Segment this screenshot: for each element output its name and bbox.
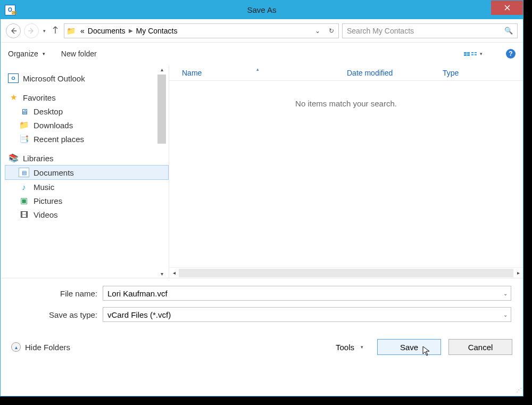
address-bar[interactable]: 📁 « Documents ▶ My Contacts ⌄ ↻ xyxy=(64,23,339,38)
chevron-down-icon: ▾ xyxy=(360,344,364,350)
sidebar-group-libraries[interactable]: 📚 Libraries xyxy=(5,151,169,165)
breadcrumb-seg-mycontacts[interactable]: My Contacts xyxy=(136,27,178,35)
toolbar: Organize▾ New folder ▾ ? xyxy=(1,43,523,65)
chevron-down-icon[interactable]: ⌄ xyxy=(503,291,508,296)
videos-icon: 🎞 xyxy=(19,210,29,219)
save-as-type-field[interactable]: vCard Files (*.vcf) ⌄ xyxy=(103,307,511,322)
chevron-down-icon: ▾ xyxy=(41,51,46,56)
refresh-button[interactable]: ↻ xyxy=(325,27,338,35)
document-icon: ▤ xyxy=(19,168,29,177)
arrow-up-icon xyxy=(52,26,59,34)
new-folder-button[interactable]: New folder xyxy=(61,49,97,58)
column-date-modified[interactable]: Date modified xyxy=(347,69,443,77)
scroll-track[interactable] xyxy=(179,269,513,277)
file-name-label: File name: xyxy=(12,289,103,298)
breadcrumb-seg-documents[interactable]: Documents xyxy=(88,27,126,35)
sidebar-group-favorites[interactable]: ★ Favorites xyxy=(5,90,169,104)
file-list-pane: Name ▴ Date modified Type No items match… xyxy=(169,65,523,278)
arrow-left-icon xyxy=(10,27,17,35)
chevron-down-icon: ▾ xyxy=(479,51,484,56)
file-name-field[interactable]: Lori Kaufman.vcf ⌄ xyxy=(103,286,511,301)
downloads-icon: 📁 xyxy=(19,120,29,130)
star-icon: ★ xyxy=(8,93,19,102)
arrow-right-icon xyxy=(28,27,35,35)
search-icon[interactable]: 🔍 xyxy=(504,27,513,35)
hide-folders-button[interactable]: ▴ Hide Folders xyxy=(11,342,70,352)
sidebar-item-music[interactable]: ♪ Music xyxy=(5,180,169,194)
dialog-footer: ▴ Hide Folders Tools ▾ Save Cancel xyxy=(1,332,523,363)
column-name[interactable]: Name ▴ xyxy=(182,69,347,77)
collapse-icon: ▴ xyxy=(11,342,21,352)
title-bar[interactable]: O Save As xyxy=(1,1,523,19)
save-form: File name: Lori Kaufman.vcf ⌄ Save as ty… xyxy=(1,278,523,332)
column-type[interactable]: Type xyxy=(443,69,459,77)
back-button[interactable] xyxy=(6,23,21,38)
chevron-down-icon[interactable]: ⌄ xyxy=(503,312,508,318)
resize-grip-icon[interactable]: ⋰ xyxy=(516,387,521,394)
scroll-thumb[interactable] xyxy=(157,75,166,144)
address-dropdown[interactable]: ⌄ xyxy=(311,27,325,35)
view-small-icon xyxy=(471,52,477,56)
folder-icon: 📁 xyxy=(64,27,77,35)
close-icon xyxy=(504,5,510,11)
cancel-button[interactable]: Cancel xyxy=(448,339,512,355)
view-options-button[interactable]: ▾ xyxy=(464,51,484,56)
save-as-dialog: O Save As ▾ 📁 « Documents ▶ My Contacts … xyxy=(0,0,523,396)
up-button[interactable] xyxy=(50,26,61,36)
desktop-icon: 🖥 xyxy=(19,106,29,116)
cursor-icon xyxy=(422,346,431,357)
libraries-icon: 📚 xyxy=(8,153,19,163)
scroll-down-icon[interactable]: ▾ xyxy=(161,269,163,278)
window-title: Save As xyxy=(1,5,523,14)
breadcrumb-prefix: « xyxy=(80,27,85,35)
music-icon: ♪ xyxy=(19,182,29,192)
empty-message: No items match your search. xyxy=(169,81,523,126)
sidebar-scrollbar[interactable]: ▴ ▾ xyxy=(157,65,167,278)
sidebar-item-downloads[interactable]: 📁 Downloads xyxy=(5,118,169,132)
organize-button[interactable]: Organize▾ xyxy=(8,49,46,58)
chevron-right-icon[interactable]: ▶ xyxy=(129,28,133,34)
recent-icon: 📑 xyxy=(19,134,29,144)
navigation-sidebar: O Microsoft Outlook ★ Favorites 🖥 Deskto… xyxy=(1,65,169,278)
sidebar-item-pictures[interactable]: ▣ Pictures xyxy=(5,194,169,208)
sort-asc-icon: ▴ xyxy=(256,67,259,72)
save-button[interactable]: Save xyxy=(377,339,441,355)
pictures-icon: ▣ xyxy=(19,196,29,205)
sidebar-item-videos[interactable]: 🎞 Videos xyxy=(5,208,169,221)
sidebar-item-desktop[interactable]: 🖥 Desktop xyxy=(5,104,169,118)
history-dropdown[interactable]: ▾ xyxy=(42,28,47,34)
search-input[interactable] xyxy=(347,27,504,35)
view-large-icon xyxy=(464,52,470,56)
outlook-icon: O xyxy=(5,5,15,15)
navigation-row: ▾ 📁 « Documents ▶ My Contacts ⌄ ↻ 🔍 xyxy=(1,19,523,43)
help-button[interactable]: ? xyxy=(506,49,516,59)
scroll-right-icon[interactable]: ▸ xyxy=(513,270,523,276)
scroll-up-icon[interactable]: ▴ xyxy=(161,65,163,73)
column-headers: Name ▴ Date modified Type xyxy=(169,65,523,81)
sidebar-item-documents[interactable]: ▤ Documents xyxy=(5,165,169,180)
outlook-icon: O xyxy=(8,73,19,83)
save-as-type-label: Save as type: xyxy=(12,310,103,319)
close-button[interactable] xyxy=(491,1,523,15)
sidebar-item-outlook[interactable]: O Microsoft Outlook xyxy=(5,71,169,85)
search-box[interactable]: 🔍 xyxy=(342,23,518,38)
forward-button[interactable] xyxy=(24,23,39,38)
sidebar-item-recent[interactable]: 📑 Recent places xyxy=(5,132,169,146)
scroll-left-icon[interactable]: ◂ xyxy=(169,270,179,276)
tools-button[interactable]: Tools ▾ xyxy=(330,343,370,352)
horizontal-scrollbar[interactable]: ◂ ▸ xyxy=(169,267,523,278)
